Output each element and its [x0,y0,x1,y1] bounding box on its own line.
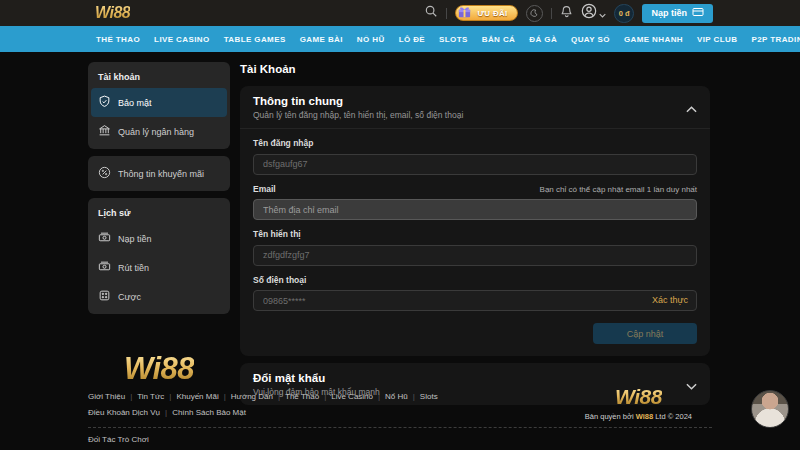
username-input[interactable] [253,154,697,175]
general-info-form: Tên đăng nhập Email Bạn chỉ có thể cập n… [240,129,710,356]
email-field-group: Email Bạn chỉ có thể cập nhật email 1 lầ… [253,184,697,221]
footer-link-gioi-thieu[interactable]: Giới Thiệu [88,392,125,401]
balance-badge[interactable]: 0 đ [614,4,635,23]
nav-item-p2p-trading[interactable]: P2P TRADING [751,35,800,44]
nav-item-quay-so[interactable]: QUAY SỐ [571,35,610,44]
sidebar-item-bets-history[interactable]: Cược [91,282,227,311]
general-info-panel-header[interactable]: Thông tin chung Quản lý tên đăng nhập, t… [240,86,710,129]
sidebar-item-label: Rút tiền [118,263,149,273]
sidebar-item-security[interactable]: Bảo mật [91,88,227,117]
general-info-panel: Thông tin chung Quản lý tên đăng nhập, t… [240,86,710,356]
sidebar-item-promo-info[interactable]: Thông tin khuyến mãi [91,159,227,188]
divider [551,8,552,19]
nav-item-no-hu[interactable]: NỔ HŨ [357,35,385,44]
moon-icon [529,4,539,22]
nav-item-vip-club[interactable]: VIP CLUB [697,35,737,44]
notifications-button[interactable] [560,4,573,22]
footer-link-live-casino[interactable]: Live Casino [331,392,373,401]
promo-badge-icon [98,166,111,181]
sidebar-item-bank-management[interactable]: Quản lý ngân hàng [91,117,227,146]
wallet-icon [692,7,704,19]
phone-input[interactable] [253,290,697,311]
sidebar-account-card: Tài khoản Bảo mật Quản lý ngân hàng [88,62,230,149]
verify-phone-link[interactable]: Xác thực [652,295,688,305]
top-bar: Wi88 ƯU ĐÃI [0,0,800,26]
footer-brand-block: Wi88 Bản quyền bởi Wi88 Ltd © 2024 [585,385,692,421]
email-hint: Bạn chỉ có thể cập nhật email 1 lần duy … [540,185,697,194]
search-icon [424,4,438,22]
promo-button[interactable]: ƯU ĐÃI [455,5,517,21]
footer-link-the-thao[interactable]: Thể Thao [285,392,319,401]
sidebar-item-deposit-history[interactable]: Nạp tiền [91,224,227,253]
sidebar-history-header: Lịch sử [91,201,227,224]
shield-check-icon [98,95,111,110]
account-menu-button[interactable] [581,3,606,23]
footer-link-huong-dan[interactable]: Hướng Dẫn [231,392,273,401]
footer-link-no-hu[interactable]: Nổ Hũ [385,392,408,401]
deposit-history-icon [98,231,111,246]
footer-link-khuyen-mai[interactable]: Khuyến Mãi [176,392,218,401]
user-icon [581,3,597,23]
footer-link-dieu-khoan[interactable]: Điều Khoản Dịch Vụ [88,408,160,417]
panel-subtitle: Quản lý tên đăng nhập, tên hiển thị, ema… [253,110,463,120]
display-name-input[interactable] [253,245,697,266]
chevron-up-icon[interactable] [686,99,697,117]
theme-toggle-button[interactable] [526,5,543,22]
sidebar-item-label: Thông tin khuyến mãi [118,169,204,179]
deposit-button-label: Nạp tiền [651,8,687,18]
promo-button-label: ƯU ĐÃI [477,9,507,18]
nav-item-table-games[interactable]: TABLE GAMES [224,35,286,44]
search-button[interactable] [424,4,438,22]
bank-icon [98,124,111,139]
nav-item-the-thao[interactable]: THỂ THAO [96,35,140,44]
username-label: Tên đăng nhập [253,138,313,148]
footer-links-row-1: Giới Thiệu|Tin Tức|Khuyến Mãi|Hướng Dẫn|… [88,392,438,401]
gift-icon [457,4,472,21]
nav-item-slots[interactable]: SLOTS [439,35,468,44]
sidebar-history-card: Lịch sử Nạp tiền Rút tiền Cược [88,198,230,314]
page-title: Tài Khoản [240,63,710,75]
email-input[interactable] [253,199,697,220]
display-name-label: Tên hiển thị [253,229,301,239]
phone-label: Số điện thoại [253,275,306,285]
brand-logo[interactable]: Wi88 [95,0,130,26]
support-chat-avatar[interactable] [751,390,789,428]
phone-field-group: Số điện thoại Xác thực [253,275,697,312]
footer-copyright: Bản quyền bởi Wi88 Ltd © 2024 [585,412,692,421]
footer-links-row-2: Điều Khoản Dịch Vụ|Chính Sách Bảo Mật [88,408,246,417]
content-area: Tài khoản Bảo mật Quản lý ngân hàng Thôn… [0,52,800,412]
footer-brand-logo: Wi88 [615,385,662,409]
top-bar-actions: ƯU ĐÃI 0 đ Nạp tiền [424,3,713,23]
footer-link-chinh-sach[interactable]: Chính Sách Bảo Mật [172,408,246,417]
bell-icon [560,4,573,22]
withdraw-history-icon [98,260,111,275]
nav-item-game-bai[interactable]: GAME BÀI [300,35,343,44]
footer-copyright-brand: Wi88 [636,412,653,421]
footer-dashed-divider [88,427,712,428]
username-field-group: Tên đăng nhập [253,138,697,175]
footer-partners-label: Đối Tác Trò Chơi [88,435,149,444]
sidebar-item-label: Nạp tiền [118,234,152,244]
dice-icon [98,289,111,304]
footer-link-slots[interactable]: Slots [420,392,438,401]
sidebar-item-label: Quản lý ngân hàng [118,127,194,137]
account-sidebar: Tài khoản Bảo mật Quản lý ngân hàng Thôn… [88,62,230,412]
sidebar-item-label: Bảo mật [118,98,152,108]
main-nav: THỂ THAO LIVE CASINO TABLE GAMES GAME BÀ… [0,26,800,52]
nav-item-ban-ca[interactable]: BẮN CÁ [482,35,516,44]
nav-item-live-casino[interactable]: LIVE CASINO [154,35,210,44]
display-name-field-group: Tên hiển thị [253,229,697,266]
footer: Giới Thiệu|Tin Tức|Khuyến Mãi|Hướng Dẫn|… [0,375,800,450]
nav-item-game-nhanh[interactable]: GAME NHANH [624,35,683,44]
panel-title: Thông tin chung [253,95,463,107]
chevron-down-icon [599,4,606,22]
sidebar-promo-card: Thông tin khuyến mãi [88,156,230,191]
nav-item-da-ga[interactable]: ĐÁ GÀ [529,35,557,44]
sidebar-item-withdraw-history[interactable]: Rút tiền [91,253,227,282]
account-main: Tài Khoản Thông tin chung Quản lý tên đă… [240,62,710,412]
footer-link-tin-tuc[interactable]: Tin Tức [137,392,164,401]
nav-item-lo-de[interactable]: LÔ ĐỀ [399,35,425,44]
sidebar-item-label: Cược [118,292,141,302]
update-button[interactable]: Cập nhật [593,323,697,344]
deposit-button[interactable]: Nạp tiền [642,4,713,23]
